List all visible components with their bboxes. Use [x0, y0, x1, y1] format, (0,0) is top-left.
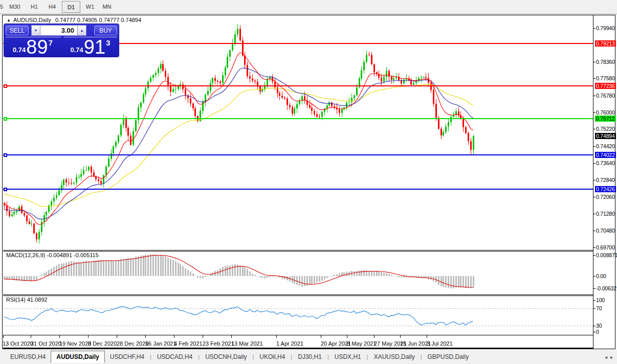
tab-scroll-left-icon[interactable]: ◂: [605, 354, 607, 360]
axis-tick: [593, 255, 596, 256]
tab-scroll-arrows: ◂▸: [605, 354, 613, 360]
axis-tick: [593, 163, 596, 164]
timeframe-button-m30[interactable]: M30: [6, 1, 24, 12]
axis-tick: [593, 180, 596, 180]
axis-tick: [593, 214, 596, 214]
axis-tick: [593, 146, 596, 147]
buy-price-prefix: 0.74: [71, 46, 83, 54]
timeframe-button-mn[interactable]: MN: [98, 1, 116, 12]
macd-indicator-label: MACD(12,26,9) -0.004891 -0.005115: [6, 252, 99, 258]
price-level-label: 0.75712: [595, 116, 616, 122]
tab-usdcad-h4[interactable]: USDCAD,H4: [152, 351, 197, 362]
date-label: 4 Feb 2021: [174, 340, 203, 347]
price-chart-canvas[interactable]: [3, 15, 593, 349]
axis-tick: [593, 112, 596, 113]
price-tick-label: 0.69700: [596, 244, 615, 251]
timeframe-button-d1[interactable]: D1: [62, 1, 80, 13]
buy-price-big: 91: [84, 38, 105, 56]
tab-gbpusd-daily[interactable]: GBPUSD,Daily: [423, 351, 474, 362]
tab-eurusd-h4[interactable]: EURUSD,H4: [5, 351, 51, 362]
sell-price[interactable]: 0.74 89 7: [4, 37, 61, 56]
axis-tick: [593, 62, 596, 62]
volume-input[interactable]: [40, 25, 77, 36]
price-tick-label: 0.70480: [596, 228, 615, 234]
rsi-tick-label: 100: [596, 297, 605, 303]
price-level-label: 0.79213: [595, 40, 616, 47]
timeframe-toolbar: 5M30H1H4D1W1MN: [0, 0, 617, 14]
price-tick-label: 0.74420: [596, 143, 615, 149]
timeframe-button-h1[interactable]: H1: [26, 1, 43, 12]
rsi-indicator-label: RSI(14) 41.0892: [6, 297, 48, 303]
chart-header: ▲AUDUSD,Daily0.74777 0.74905 0.74777 0.7…: [7, 17, 141, 23]
price-tick-label: 0.76780: [596, 93, 615, 99]
axis-tick: [593, 78, 596, 79]
buy-price-sup: 3: [106, 38, 110, 47]
tab-separator: |: [198, 354, 200, 360]
collapse-panel-icon[interactable]: ▲: [7, 18, 11, 22]
price-tick-label: 0.73640: [596, 160, 615, 166]
timeframe-button-w1[interactable]: W1: [81, 1, 99, 12]
tab-separator: |: [291, 354, 292, 360]
macd-tick-label: -0.00632: [596, 285, 616, 291]
date-label: 13 Mar 2021: [231, 340, 263, 347]
axis-tick: [593, 129, 596, 129]
price-level-label: 0.74022: [595, 152, 616, 158]
date-label: 23 Feb 2021: [203, 340, 234, 347]
date-label: 1 Apr 2021: [276, 340, 303, 347]
tab-xauusd-daily[interactable]: XAUUSD,Daily: [369, 351, 420, 362]
price-tick-label: 0.72060: [596, 194, 615, 200]
axis-tick: [593, 197, 596, 197]
tab-scroll-right-icon[interactable]: ▸: [610, 354, 613, 360]
price-level-label: 0.74894: [595, 133, 616, 139]
tab-separator: |: [150, 354, 151, 360]
date-label: 16 Jan 2021: [145, 340, 177, 347]
sell-button[interactable]: SELL: [6, 26, 29, 35]
macd-tick-label: 0.00: [596, 273, 606, 279]
tab-separator: |: [367, 354, 368, 360]
macd-tick-label: 0.008871: [596, 252, 617, 258]
date-label: 3 Jul 2021: [427, 340, 453, 347]
date-label: 31 Oct 2020: [31, 340, 61, 347]
rsi-tick-label: 70: [596, 305, 602, 311]
tab-usdx-h1[interactable]: USDX,H1: [329, 351, 366, 362]
price-tick-label: 0.71280: [596, 211, 615, 217]
chart-ohlc-values: 0.74777 0.74905 0.74777 0.74894: [55, 17, 141, 23]
volume-decrease-button[interactable]: ▼: [31, 25, 40, 36]
tab-dj30-h1[interactable]: DJ30,H1: [293, 351, 327, 362]
axis-tick: [593, 231, 596, 231]
one-click-trade-panel: SELL ▼ ▲ BUY 0.74 89 7 0.74 91 3: [4, 24, 119, 57]
sell-price-big: 89: [26, 38, 48, 56]
price-level-label: 0.77236: [595, 83, 616, 89]
date-label: 28 Dec 2020: [117, 340, 148, 347]
timeframe-button-h4[interactable]: H4: [43, 1, 61, 12]
rsi-tick-label: 0: [596, 329, 599, 335]
chart-tab-bar: EURUSD,H4AUDUSD,DailyUSDCHF,H4|USDCAD,H4…: [0, 350, 617, 364]
sell-price-prefix: 0.74: [13, 46, 26, 54]
tab-usdcnh-daily[interactable]: USDCNH,Daily: [200, 351, 252, 362]
price-tick-label: 0.75220: [596, 126, 615, 132]
tab-separator: |: [421, 354, 422, 360]
axis-tick: [593, 247, 596, 248]
volume-increase-button[interactable]: ▲: [77, 25, 86, 36]
tab-usdchf-h4[interactable]: USDCHF,H4: [105, 351, 149, 362]
price-level-label: 0.72426: [595, 186, 616, 192]
tab-separator: |: [327, 354, 329, 360]
axis-tick: [593, 332, 596, 332]
tab-separator: |: [252, 354, 254, 360]
buy-price[interactable]: 0.74 91 3: [62, 37, 119, 56]
buy-button[interactable]: BUY: [94, 26, 117, 35]
price-tick-label: 0.79940: [596, 25, 615, 31]
spinner-down-icon: ▼: [34, 29, 38, 32]
axis-tick: [593, 300, 596, 301]
axis-tick: [593, 28, 596, 29]
date-label: 8 May 2021: [347, 340, 376, 347]
chart-symbol-title: AUDUSD,Daily: [13, 17, 51, 23]
tab-audusd-daily[interactable]: AUDUSD,Daily: [51, 351, 104, 363]
mt4-terminal: 5M30H1H4D1W1MN ▲AUDUSD,Daily0.74777 0.74…: [0, 0, 617, 364]
date-label: 13 Oct 2020: [3, 340, 33, 347]
sell-price-sup: 7: [49, 38, 53, 47]
price-tick-label: 0.78360: [596, 59, 615, 65]
price-tick-label: 0.76000: [596, 109, 615, 116]
tab-ukoil-h4[interactable]: UKOil,H4: [254, 351, 290, 362]
price-tick-label: 0.72840: [596, 177, 615, 183]
